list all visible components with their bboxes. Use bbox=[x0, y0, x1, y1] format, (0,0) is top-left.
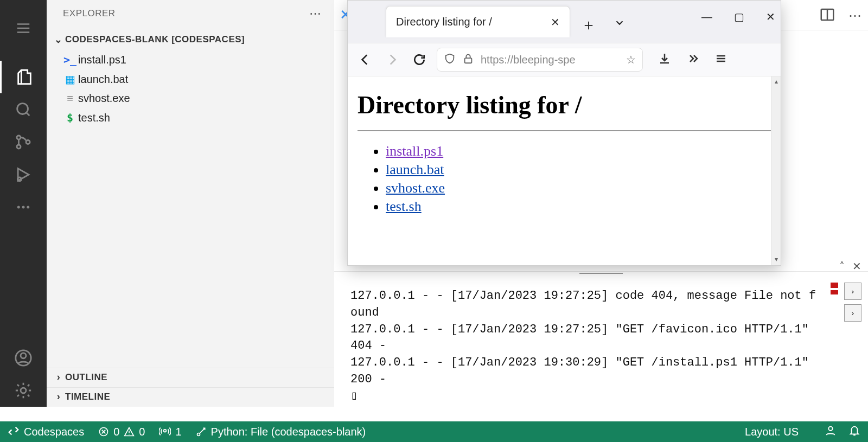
status-ports-count: 1 bbox=[175, 426, 181, 438]
file-item[interactable]: ▦launch.bat bbox=[47, 69, 334, 89]
downloads-icon[interactable] bbox=[658, 52, 671, 67]
directory-list: install.ps1launch.batsvhost.exetest.sh bbox=[386, 143, 771, 215]
terminal-error-mark bbox=[831, 290, 838, 294]
terminal-error-mark bbox=[831, 283, 838, 288]
explorer-more-icon[interactable]: ⋯ bbox=[309, 7, 322, 21]
close-icon[interactable]: ✕ bbox=[766, 10, 775, 23]
ellipsis-icon[interactable]: ⋯ bbox=[848, 8, 861, 23]
explorer-header: EXPLORER ⋯ bbox=[47, 0, 334, 30]
status-problems[interactable]: 0 0 bbox=[98, 426, 145, 438]
status-interpreter[interactable]: Python: File (codespaces-blank) bbox=[196, 426, 366, 438]
status-bell-icon[interactable] bbox=[848, 425, 860, 439]
browser-titlebar[interactable]: Directory listing for / ✕ ＋ ― ▢ ✕ bbox=[348, 1, 781, 43]
svg-point-13 bbox=[164, 430, 167, 432]
outline-label: OUTLINE bbox=[65, 372, 107, 383]
scroll-down-icon[interactable]: ▾ bbox=[773, 255, 780, 264]
activity-run-debug[interactable] bbox=[0, 158, 47, 191]
activity-settings-gear-icon[interactable] bbox=[0, 374, 47, 407]
activity-account-icon[interactable] bbox=[0, 342, 47, 374]
browser-scrollbar[interactable]: ▴ ▾ bbox=[771, 76, 781, 265]
terminal-split-icon[interactable]: › bbox=[844, 283, 861, 300]
new-tab-icon[interactable]: ＋ bbox=[581, 15, 596, 35]
directory-link[interactable]: install.ps1 bbox=[386, 143, 443, 159]
overflow-chevrons-icon[interactable] bbox=[686, 52, 699, 67]
panel-actions: ˄ ✕ bbox=[839, 260, 861, 273]
status-ports[interactable]: 1 bbox=[159, 426, 181, 438]
tab-close-icon[interactable]: ✕ bbox=[551, 16, 560, 29]
directory-link[interactable]: svhost.exe bbox=[386, 180, 445, 196]
explorer-sidebar: EXPLORER ⋯ ⌄ CODESPACES-BLANK [CODESPACE… bbox=[47, 0, 334, 407]
nav-forward-icon[interactable] bbox=[382, 50, 402, 69]
scroll-up-icon[interactable]: ▴ bbox=[773, 78, 780, 86]
directory-link[interactable]: launch.bat bbox=[386, 162, 444, 177]
status-errors-count: 0 bbox=[113, 426, 119, 438]
explorer-title: EXPLORER bbox=[63, 8, 116, 19]
file-name: install.ps1 bbox=[78, 54, 126, 66]
nav-back-icon[interactable] bbox=[355, 50, 375, 69]
chevron-right-icon: › bbox=[52, 371, 65, 383]
file-tree: >_install.ps1▦launch.bat≡svhost.exe$test… bbox=[47, 50, 334, 368]
toggle-layout-icon[interactable] bbox=[819, 7, 835, 25]
svg-point-5 bbox=[18, 207, 20, 208]
maximize-icon[interactable]: ▢ bbox=[734, 10, 744, 23]
file-type-icon: $ bbox=[62, 111, 78, 124]
browser-window: Directory listing for / ✕ ＋ ― ▢ ✕ bbox=[347, 0, 781, 266]
activity-bar bbox=[0, 0, 47, 407]
file-name: svhost.exe bbox=[78, 92, 130, 105]
list-item: launch.bat bbox=[386, 162, 771, 178]
activity-more-icon[interactable] bbox=[0, 191, 47, 223]
shield-icon[interactable] bbox=[444, 53, 456, 67]
divider bbox=[358, 130, 771, 131]
url-bar[interactable]: https://bleeping-spe ☆ bbox=[437, 48, 643, 72]
titlebar-right: ⋯ bbox=[819, 7, 861, 25]
terminal-output[interactable]: 127.0.0.1 - - [17/Jan/2023 19:27:25] cod… bbox=[350, 288, 819, 407]
svg-point-2 bbox=[17, 145, 21, 149]
browser-content[interactable]: Directory listing for / install.ps1launc… bbox=[348, 76, 781, 265]
file-item[interactable]: $test.sh bbox=[47, 108, 334, 127]
panel-close-icon[interactable]: ✕ bbox=[852, 260, 861, 273]
terminal-split-icon[interactable]: › bbox=[844, 304, 861, 322]
status-bar: Codespaces 0 0 1 Python: File (codespace… bbox=[0, 421, 868, 442]
hamburger-menu-icon[interactable] bbox=[0, 12, 47, 44]
status-layout[interactable]: Layout: US bbox=[745, 426, 799, 438]
workspace-section[interactable]: ⌄ CODESPACES-BLANK [CODESPACES] bbox=[47, 30, 334, 50]
file-name: launch.bat bbox=[78, 73, 128, 86]
lock-icon[interactable] bbox=[462, 53, 474, 67]
tab-list-chevron-icon[interactable] bbox=[614, 17, 626, 31]
svg-point-9 bbox=[21, 353, 26, 358]
activity-source-control[interactable] bbox=[0, 126, 47, 158]
page-heading: Directory listing for / bbox=[358, 91, 771, 119]
status-remote-button[interactable]: Codespaces bbox=[8, 426, 84, 438]
app-menu-icon[interactable] bbox=[714, 52, 727, 67]
chevron-down-icon: ⌄ bbox=[52, 34, 65, 46]
activity-explorer[interactable] bbox=[0, 61, 47, 93]
svg-point-1 bbox=[17, 136, 21, 139]
file-type-icon: ≡ bbox=[62, 92, 78, 105]
svg-point-7 bbox=[28, 207, 29, 208]
list-item: svhost.exe bbox=[386, 180, 771, 196]
timeline-section[interactable]: › TIMELINE bbox=[47, 387, 334, 407]
terminal-panel: ˄ ✕ › › 127.0.0.1 - - [17/Jan/2023 19:27… bbox=[334, 271, 868, 407]
panel-drag-handle[interactable] bbox=[579, 271, 623, 274]
timeline-label: TIMELINE bbox=[65, 392, 110, 402]
nav-reload-icon[interactable] bbox=[410, 50, 429, 69]
window-controls: ― ▢ ✕ bbox=[701, 10, 775, 23]
status-feedback-icon[interactable] bbox=[825, 425, 837, 439]
file-item[interactable]: ≡svhost.exe bbox=[47, 89, 334, 108]
svg-point-6 bbox=[23, 207, 24, 208]
file-item[interactable]: >_install.ps1 bbox=[47, 50, 334, 69]
file-type-icon: >_ bbox=[62, 53, 78, 66]
panel-maximize-icon[interactable]: ˄ bbox=[839, 260, 845, 273]
activity-search[interactable] bbox=[0, 93, 47, 126]
list-item: test.sh bbox=[386, 198, 771, 215]
directory-link[interactable]: test.sh bbox=[386, 198, 422, 214]
file-type-icon: ▦ bbox=[62, 73, 78, 86]
svg-point-15 bbox=[828, 426, 832, 430]
outline-section[interactable]: › OUTLINE bbox=[47, 368, 334, 387]
workspace-title: CODESPACES-BLANK [CODESPACES] bbox=[65, 34, 245, 45]
bookmark-star-icon[interactable]: ☆ bbox=[626, 53, 636, 66]
browser-tab-title: Directory listing for / bbox=[396, 16, 492, 28]
minimize-icon[interactable]: ― bbox=[701, 11, 712, 23]
svg-rect-16 bbox=[465, 58, 472, 63]
browser-tab[interactable]: Directory listing for / ✕ bbox=[386, 6, 570, 37]
